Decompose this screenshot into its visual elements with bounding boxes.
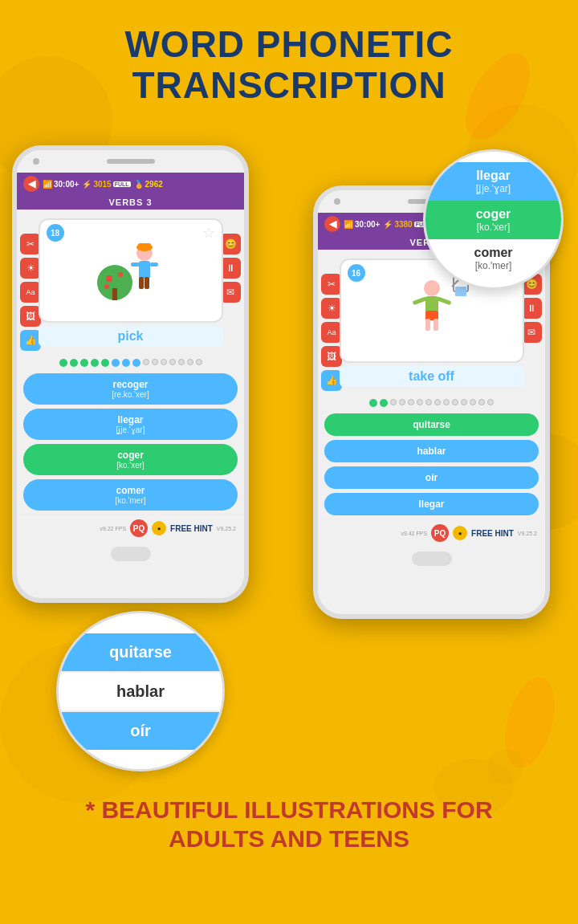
bubble-right-item-1: llegar[ʝje.'ɣar]: [425, 162, 561, 201]
wifi-icon-right: 📶: [344, 220, 353, 229]
hint-coin-left: ●: [152, 521, 166, 535]
dot: [196, 359, 202, 365]
answer-btn-2-left[interactable]: llegar[ʝje.'ɣar]: [23, 409, 238, 440]
answer-btn-2-right[interactable]: hablar: [324, 440, 539, 462]
svg-rect-29: [436, 296, 451, 305]
dot: [425, 399, 432, 405]
answer-btn-3-right[interactable]: oír: [324, 466, 539, 489]
header: WORD PHONETIC TRANSCRIPTION: [0, 0, 578, 113]
footer: * BEAUTIFUL ILLUSTRATIONS FOR ADULTS AND…: [0, 779, 578, 877]
hint-icon-right: PQ: [431, 524, 449, 542]
bubble-left-item-3: oír: [59, 712, 222, 750]
phone-bottom-left: [17, 542, 244, 566]
bottom-section: quitarse hablar oír: [0, 595, 578, 779]
dot: [390, 399, 397, 405]
bubble-right-item-2: coger[ko.'xer]: [425, 201, 561, 239]
svg-rect-18: [139, 261, 150, 279]
title-line2: TRANSCRIPTION: [16, 65, 562, 106]
svg-rect-17: [138, 243, 151, 250]
dot: [143, 359, 149, 365]
medal-icon-left: 🏅: [134, 180, 144, 189]
dot: [452, 399, 458, 405]
progress-dots-right: [318, 396, 545, 410]
card-word-right: take off: [340, 366, 524, 387]
main-content: WORD PHONETIC TRANSCRIPTION ◀ 📶 30:00+ ⚡: [0, 0, 578, 877]
home-button-left[interactable]: [111, 547, 151, 561]
dot: [101, 359, 109, 367]
wifi-icon-left: 📶: [43, 180, 52, 189]
answer-btn-4-left[interactable]: comer[ko.'mer]: [23, 479, 238, 511]
hint-icon-left: PQ: [130, 519, 148, 537]
home-button-right[interactable]: [412, 552, 452, 566]
svg-rect-21: [131, 263, 140, 267]
card-word-left: pick: [39, 326, 223, 347]
answer-btn-4-right[interactable]: llegar: [324, 493, 539, 515]
dot: [380, 399, 388, 407]
status-coins-left: 🏅 2962: [134, 180, 163, 189]
dot: [169, 359, 176, 365]
svg-rect-32: [455, 287, 466, 296]
phone-camera-left: [33, 158, 39, 165]
svg-rect-22: [150, 263, 158, 267]
svg-point-14: [104, 284, 109, 289]
card-number-left: 18: [47, 224, 64, 242]
back-button-right[interactable]: ◀: [324, 216, 340, 232]
svg-point-12: [106, 275, 112, 282]
flashcard-left: 18 ☆: [39, 218, 223, 323]
hint-text-right[interactable]: FREE HINT: [471, 529, 514, 538]
lightning-icon-left: ⚡: [82, 180, 92, 189]
dot: [132, 359, 140, 367]
fps-left: v9.22 FPS: [100, 526, 126, 531]
hint-text-left[interactable]: FREE HINT: [170, 524, 213, 533]
svg-rect-20: [144, 277, 149, 289]
dot: [91, 359, 99, 367]
phones-section: ◀ 📶 30:00+ ⚡ 3015 FULL 🏅 2962 VERBS 3: [0, 121, 578, 619]
footer-text: * BEAUTIFUL ILLUSTRATIONS FOR ADULTS AND…: [24, 796, 554, 853]
answer-btn-1-right[interactable]: quitarse: [324, 413, 539, 436]
answer-btn-1-left[interactable]: recoger[re.ko.'xer]: [23, 373, 238, 405]
status-bar-left: ◀ 📶 30:00+ ⚡ 3015 FULL 🏅 2962: [17, 173, 244, 195]
dot: [443, 399, 450, 405]
progress-dots-left: [17, 356, 244, 370]
answer-btn-3-left[interactable]: coger[ko.'xer]: [23, 444, 238, 475]
header-title: WORD PHONETIC TRANSCRIPTION: [16, 24, 562, 105]
answer-options-left: recoger[re.ko.'xer] llegar[ʝje.'ɣar] cog…: [17, 370, 244, 514]
svg-rect-26: [425, 319, 430, 331]
svg-rect-27: [434, 319, 438, 331]
phone-camera-right: [334, 198, 340, 205]
back-button-left[interactable]: ◀: [23, 176, 39, 192]
svg-rect-19: [139, 277, 144, 289]
card-star-left[interactable]: ☆: [202, 224, 215, 242]
bubble-left-item-2: hablar: [59, 671, 222, 712]
illustration-left: [87, 230, 175, 311]
card-area-left: 18 ☆: [17, 214, 244, 352]
status-wifi-right: 📶 30:00+: [344, 220, 380, 229]
dot: [70, 359, 78, 367]
bubble-left: quitarse hablar oír: [56, 611, 225, 771]
phone-bottom-right: [318, 547, 545, 571]
lightning-icon-right: ⚡: [383, 220, 393, 229]
phone-left: ◀ 📶 30:00+ ⚡ 3015 FULL 🏅 2962 VERBS 3: [12, 145, 249, 603]
phone-speaker-left: [107, 159, 155, 164]
svg-point-23: [424, 280, 440, 296]
bubble-right: llegar[ʝje.'ɣar] coger[ko.'xer] comer[ko…: [423, 149, 564, 290]
svg-rect-28: [412, 296, 427, 305]
phone-top-bar-left: [17, 150, 244, 173]
dot: [434, 399, 441, 405]
dot: [161, 359, 167, 365]
dot: [369, 399, 377, 407]
version-left: V9.25.2: [217, 526, 236, 531]
card-section-left: ✂ ☀ Aa 🖼 👍 😊 ⏸ ✉ 18 ☆: [17, 210, 244, 356]
dot: [417, 399, 423, 405]
card-number-right: 16: [348, 264, 365, 282]
hint-bar-left: v9.22 FPS PQ ● FREE HINT V9.25.2: [17, 514, 244, 542]
svg-point-13: [118, 272, 123, 277]
dot: [487, 399, 494, 405]
dot: [112, 359, 120, 367]
lesson-label-left: VERBS 3: [17, 195, 244, 210]
fps-right: v9.42 FPS: [401, 531, 427, 536]
dot: [80, 359, 88, 367]
svg-rect-11: [112, 288, 117, 300]
dot: [408, 399, 414, 405]
dot: [59, 359, 67, 367]
